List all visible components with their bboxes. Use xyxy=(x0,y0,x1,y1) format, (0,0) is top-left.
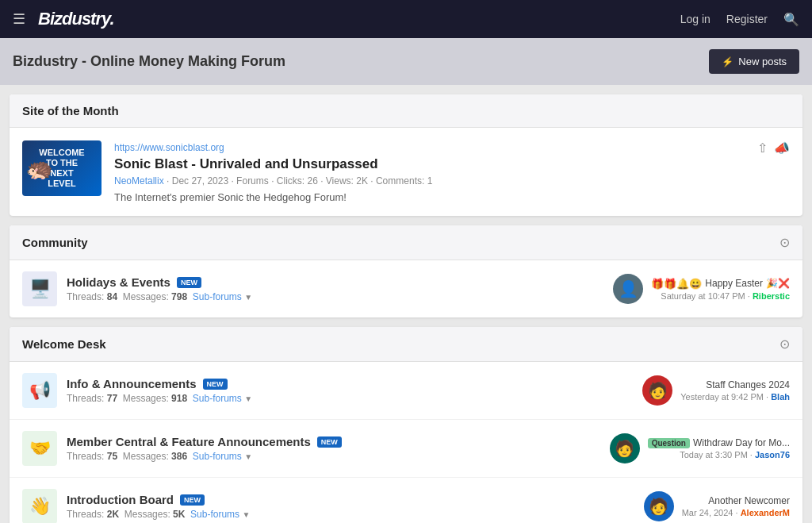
login-link[interactable]: Log in xyxy=(680,13,710,25)
holidays-name-row: Holidays & Events NEW xyxy=(67,275,574,289)
main-content: Site of the Month 🦔 WELCOMETO THENEXTLEV… xyxy=(0,85,812,523)
introduction-new-badge: NEW xyxy=(180,494,205,506)
subforum-arrow-icon: ▼ xyxy=(244,293,252,302)
holidays-threads: 84 xyxy=(107,291,117,302)
sotm-post-title[interactable]: Sonic Blast - Unrivaled and Unsurpassed xyxy=(114,156,745,172)
site-of-month-title: Site of the Month xyxy=(22,104,119,117)
announce-icon[interactable]: 📣 xyxy=(774,140,790,156)
holidays-latest-avatar: 👤 xyxy=(613,274,643,304)
introduction-icon-bg: 👋 xyxy=(22,489,57,523)
sotm-date-val: Dec 27, 2023 xyxy=(172,175,228,187)
holidays-latest-title: 🎁🎁🔔😀 Happy Easter 🎉❌ xyxy=(651,278,790,290)
sotm-thumbnail: 🦔 WELCOMETO THENEXTLEVEL xyxy=(22,140,102,196)
community-header: Community ⊙ xyxy=(10,225,802,260)
member-central-icon: 🤝 xyxy=(22,431,57,466)
member-central-threads: 75 xyxy=(107,451,117,462)
forum-row-member-central: 🤝 Member Central & Feature Announcements… xyxy=(10,420,802,478)
info-latest-meta: Yesterday at 9:42 PM · Blah xyxy=(680,392,790,402)
info-icon-bg: 📢 xyxy=(22,373,57,408)
site-logo[interactable]: Bizdustry. xyxy=(38,9,114,29)
info-latest-title-row: Staff Changes 2024 xyxy=(680,379,790,390)
info-name[interactable]: Info & Announcements xyxy=(67,377,197,390)
introduction-latest-avatar: 🧑 xyxy=(644,491,674,521)
forum-row-info: 📢 Info & Announcements NEW Threads: 77 M… xyxy=(10,362,802,420)
hamburger-icon[interactable]: ☰ xyxy=(13,10,25,28)
holidays-subforums-link[interactable]: Sub-forums ▼ xyxy=(193,291,252,302)
holidays-info: Holidays & Events NEW Threads: 84 Messag… xyxy=(67,275,574,302)
bolt-icon: ⚡ xyxy=(722,56,733,67)
register-link[interactable]: Register xyxy=(726,13,768,25)
subforum-arrow-icon2: ▼ xyxy=(244,394,252,403)
page-title: Bizdustry - Online Money Making Forum xyxy=(13,53,285,70)
welcome-desk-header: Welcome Desk ⊙ xyxy=(10,327,802,362)
introduction-name[interactable]: Introduction Board xyxy=(67,493,174,506)
share-icon[interactable]: ⇧ xyxy=(757,140,768,156)
member-central-subforums-link[interactable]: Sub-forums ▼ xyxy=(193,451,252,462)
sotm-content: 🦔 WELCOMETO THENEXTLEVEL https://www.son… xyxy=(10,128,802,216)
member-central-post-title[interactable]: Withdraw Day for Mo... xyxy=(693,437,790,448)
forum-row-introduction: 👋 Introduction Board NEW Threads: 2K Mes… xyxy=(10,478,802,523)
member-central-new-badge: NEW xyxy=(317,436,342,448)
info-latest: 🧑 Staff Changes 2024 Yesterday at 9:42 P… xyxy=(584,375,790,406)
collapse-community-icon[interactable]: ⊙ xyxy=(779,235,790,250)
member-central-name-row: Member Central & Feature Announcements N… xyxy=(67,435,574,448)
holidays-messages: 798 xyxy=(171,291,187,302)
holidays-new-badge: NEW xyxy=(177,277,201,288)
welcome-desk-title: Welcome Desk xyxy=(22,337,106,351)
search-icon[interactable]: 🔍 xyxy=(783,12,799,27)
member-central-latest-time: Today at 3:30 PM xyxy=(680,450,748,460)
sotm-meta: NeoMetallix · Dec 27, 2023 · Forums · Cl… xyxy=(114,175,745,187)
holidays-icon: 🖥️ xyxy=(22,271,57,306)
collapse-welcome-icon[interactable]: ⊙ xyxy=(779,336,790,352)
info-stats: Threads: 77 Messages: 918 Sub-forums ▼ xyxy=(67,393,574,404)
holidays-latest-info: 🎁🎁🔔😀 Happy Easter 🎉❌ Saturday at 10:47 P… xyxy=(651,278,790,301)
member-central-messages: 386 xyxy=(171,451,187,462)
info-forum-info: Info & Announcements NEW Threads: 77 Mes… xyxy=(67,377,574,404)
holidays-name[interactable]: Holidays & Events xyxy=(67,275,170,289)
member-central-forum-info: Member Central & Feature Announcements N… xyxy=(67,435,574,462)
forum-row-holidays: 🖥️ Holidays & Events NEW Threads: 84 Mes… xyxy=(10,260,802,317)
subforum-arrow-icon4: ▼ xyxy=(242,510,250,519)
holidays-post-title[interactable]: Happy Easter xyxy=(705,278,763,289)
member-central-name[interactable]: Member Central & Feature Announcements xyxy=(67,435,311,448)
info-subforums-link[interactable]: Sub-forums ▼ xyxy=(193,393,252,404)
introduction-latest: 🧑 Another Newcomer Mar 24, 2024 · Alexan… xyxy=(584,491,790,521)
info-latest-time: Yesterday at 9:42 PM xyxy=(680,392,764,402)
sotm-author[interactable]: NeoMetallix xyxy=(114,175,164,187)
info-threads: 77 xyxy=(107,393,117,404)
introduction-post-title[interactable]: Another Newcomer xyxy=(708,495,790,506)
community-title: Community xyxy=(22,236,88,249)
introduction-latest-user[interactable]: AlexanderM xyxy=(741,508,790,517)
holidays-latest-meta: Saturday at 10:47 PM · Riberstic xyxy=(651,291,790,301)
holidays-latest-user[interactable]: Riberstic xyxy=(753,291,790,301)
sotm-date: · xyxy=(167,175,172,187)
introduction-latest-time: Mar 24, 2024 xyxy=(682,508,733,517)
introduction-latest-meta: Mar 24, 2024 · AlexanderM xyxy=(682,508,790,517)
introduction-subforums-link[interactable]: Sub-forums ▼ xyxy=(190,509,250,520)
holidays-emojis: 🎁🎁🔔😀 xyxy=(651,278,702,290)
subforum-arrow-icon3: ▼ xyxy=(244,452,252,461)
new-posts-button[interactable]: ⚡ New posts xyxy=(709,49,799,74)
member-central-latest: 🧑 Question Withdraw Day for Mo... Today … xyxy=(584,433,790,463)
member-central-stats: Threads: 75 Messages: 386 Sub-forums ▼ xyxy=(67,451,574,462)
top-navigation: ☰ Bizdustry. Log in Register 🔍 xyxy=(0,0,812,38)
sotm-info: https://www.sonicblast.org Sonic Blast -… xyxy=(114,140,745,203)
site-of-month-header: Site of the Month xyxy=(10,94,802,128)
holidays-latest-time: Saturday at 10:47 PM xyxy=(661,291,745,301)
member-central-latest-user[interactable]: Jason76 xyxy=(755,450,790,460)
info-new-badge: NEW xyxy=(203,379,228,390)
community-card: Community ⊙ 🖥️ Holidays & Events NEW Thr… xyxy=(10,225,802,317)
introduction-stats: Threads: 2K Messages: 5K Sub-forums ▼ xyxy=(67,509,574,520)
holidays-post-emojis2: 🎉❌ xyxy=(766,278,790,289)
nav-right: Log in Register 🔍 xyxy=(680,12,799,27)
introduction-forum-info: Introduction Board NEW Threads: 2K Messa… xyxy=(67,493,574,520)
info-post-title[interactable]: Staff Changes 2024 xyxy=(706,379,790,390)
info-latest-user[interactable]: Blah xyxy=(771,392,790,402)
introduction-messages: 5K xyxy=(173,509,185,520)
introduction-latest-info: Another Newcomer Mar 24, 2024 · Alexande… xyxy=(682,495,790,517)
logo-biz: Biz xyxy=(38,9,62,29)
member-central-latest-info: Question Withdraw Day for Mo... Today at… xyxy=(648,437,790,460)
sotm-url[interactable]: https://www.sonicblast.org xyxy=(114,142,224,153)
question-badge: Question xyxy=(648,438,690,448)
member-central-latest-meta: Today at 3:30 PM · Jason76 xyxy=(648,450,790,460)
